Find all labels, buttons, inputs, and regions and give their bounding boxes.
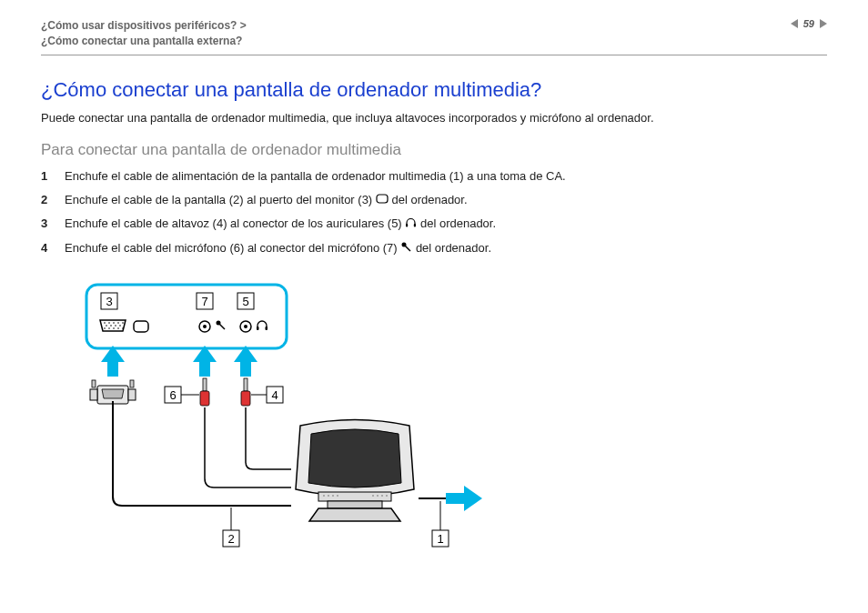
- step-item: Enchufe el cable de la pantalla (2) al p…: [41, 192, 827, 209]
- svg-rect-45: [244, 378, 247, 391]
- subheading: Para conectar una pantalla de ordenador …: [41, 141, 827, 159]
- svg-rect-43: [203, 378, 207, 391]
- svg-point-11: [106, 325, 107, 327]
- step-text: Enchufe el cable de alimentación de la p…: [65, 169, 566, 183]
- svg-point-59: [381, 495, 383, 497]
- svg-rect-51: [318, 492, 391, 501]
- svg-point-60: [386, 495, 388, 497]
- svg-rect-40: [128, 389, 136, 400]
- svg-rect-46: [241, 391, 250, 406]
- diagram-label-2: 2: [227, 532, 234, 546]
- step-text: Enchufe el cable de altavoz (4) al conec…: [65, 216, 405, 230]
- svg-rect-28: [266, 327, 268, 330]
- svg-point-19: [122, 327, 124, 329]
- prev-page-icon[interactable]: [791, 19, 798, 28]
- diagram-label-4: 4: [271, 388, 278, 402]
- svg-point-22: [203, 325, 207, 328]
- svg-point-14: [119, 325, 121, 327]
- diagram-label-5: 5: [242, 295, 248, 308]
- connection-diagram: 3 7 5: [68, 280, 827, 557]
- arrow-right-icon: [446, 486, 482, 511]
- svg-rect-1: [406, 224, 408, 227]
- svg-rect-0: [377, 195, 388, 203]
- svg-rect-52: [328, 501, 382, 508]
- step-text: Enchufe el cable de la pantalla (2) al p…: [65, 193, 376, 206]
- svg-point-15: [104, 327, 106, 329]
- svg-rect-27: [257, 327, 259, 330]
- step-text-tail: del ordenador.: [416, 241, 491, 255]
- svg-rect-2: [414, 224, 416, 227]
- svg-point-53: [323, 495, 325, 497]
- breadcrumb-line-2: ¿Cómo conectar una pantalla externa?: [41, 35, 242, 47]
- audio-plug-icon: [241, 378, 250, 406]
- svg-point-6: [104, 322, 106, 324]
- page-number: 59: [803, 18, 814, 29]
- svg-point-57: [372, 495, 374, 497]
- steps-list: Enchufe el cable de alimentación de la p…: [41, 168, 827, 257]
- svg-point-26: [244, 325, 247, 328]
- multimedia-monitor-icon: [296, 419, 414, 521]
- diagram-label-3: 3: [106, 295, 112, 308]
- svg-rect-44: [200, 391, 209, 406]
- next-page-icon[interactable]: [820, 19, 827, 28]
- diagram-label-7: 7: [201, 295, 207, 308]
- audio-plug-icon: [200, 378, 209, 406]
- step-item: Enchufe el cable de alimentación de la p…: [41, 168, 827, 185]
- svg-point-8: [113, 322, 115, 324]
- microphone-icon: [400, 241, 412, 257]
- intro-text: Puede conectar una pantalla de ordenador…: [41, 111, 827, 125]
- arrow-up-icon: [193, 346, 217, 377]
- vga-connector-icon: [90, 380, 136, 404]
- diagram-label-6: 6: [169, 388, 176, 402]
- svg-rect-39: [90, 389, 97, 400]
- svg-point-7: [108, 322, 110, 324]
- svg-line-4: [406, 246, 411, 251]
- headphones-icon: [405, 216, 417, 233]
- svg-rect-62: [446, 493, 464, 504]
- arrow-up-icon: [101, 346, 125, 377]
- step-item: Enchufe el cable de altavoz (4) al conec…: [41, 216, 827, 233]
- svg-point-12: [110, 325, 112, 327]
- svg-point-13: [115, 325, 116, 327]
- arrow-up-icon: [234, 346, 257, 377]
- step-item: Enchufe el cable del micrófono (6) al co…: [41, 240, 827, 257]
- svg-point-16: [108, 327, 110, 329]
- svg-rect-41: [92, 380, 96, 387]
- step-text: Enchufe el cable del micrófono (6) al co…: [65, 241, 400, 255]
- diagram-label-1: 1: [437, 532, 443, 546]
- svg-point-56: [337, 495, 338, 497]
- breadcrumb: ¿Cómo usar dispositivos periféricos? > ¿…: [41, 18, 247, 49]
- page-title: ¿Cómo conectar una pantalla de ordenador…: [41, 78, 827, 102]
- step-text-tail: del ordenador.: [420, 216, 496, 230]
- breadcrumb-line-1: ¿Cómo usar dispositivos periféricos? >: [41, 19, 247, 32]
- svg-marker-63: [464, 486, 482, 511]
- step-text-tail: del ordenador.: [391, 193, 467, 206]
- svg-rect-42: [130, 380, 134, 387]
- svg-point-58: [377, 495, 378, 497]
- monitor-port-icon: [376, 192, 389, 208]
- page-header: ¿Cómo usar dispositivos periféricos? > ¿…: [41, 18, 827, 55]
- svg-point-55: [332, 495, 334, 497]
- svg-point-9: [117, 322, 119, 324]
- svg-point-10: [122, 322, 124, 324]
- svg-point-18: [117, 327, 119, 329]
- svg-rect-20: [134, 321, 148, 332]
- page-number-nav: 59: [791, 18, 827, 29]
- svg-line-24: [220, 324, 226, 329]
- svg-point-17: [113, 327, 115, 329]
- svg-point-54: [328, 495, 329, 497]
